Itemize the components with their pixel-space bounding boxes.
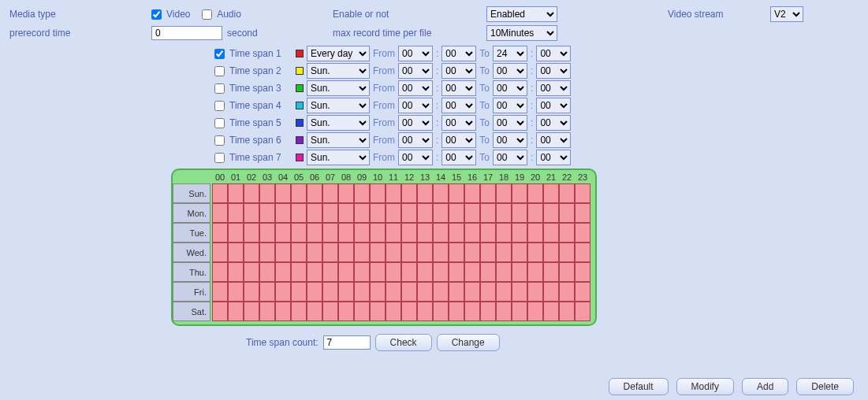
schedule-cell[interactable] <box>338 203 354 223</box>
schedule-cell[interactable] <box>322 223 338 243</box>
timespan-2-checkbox[interactable] <box>214 66 225 76</box>
schedule-cell[interactable] <box>370 302 386 321</box>
schedule-cell[interactable] <box>417 203 433 223</box>
timespan-2-from-mm[interactable]: 00 <box>441 63 476 79</box>
schedule-cell[interactable] <box>322 302 338 321</box>
timespan-3-from-hh[interactable]: 00 <box>398 80 433 96</box>
schedule-cell[interactable] <box>543 183 559 203</box>
schedule-cell[interactable] <box>433 183 449 203</box>
schedule-cell[interactable] <box>259 203 275 223</box>
timespan-5-to-mm[interactable]: 00 <box>536 115 571 131</box>
schedule-cell[interactable] <box>575 243 590 262</box>
schedule-cell[interactable] <box>527 183 543 203</box>
timespan-7-to-mm[interactable]: 00 <box>536 150 571 165</box>
schedule-cell[interactable] <box>244 183 259 203</box>
schedule-cell[interactable] <box>496 262 512 282</box>
schedule-cell[interactable] <box>244 203 259 223</box>
schedule-cell[interactable] <box>543 223 559 243</box>
schedule-cell[interactable] <box>307 223 322 243</box>
timespan-6-day-select[interactable]: Sun. <box>307 132 370 148</box>
schedule-cell[interactable] <box>228 262 244 282</box>
timespan-5-from-hh[interactable]: 00 <box>398 115 433 131</box>
schedule-cell[interactable] <box>354 183 370 203</box>
schedule-cell[interactable] <box>354 262 370 282</box>
schedule-cell[interactable] <box>496 183 512 203</box>
timespan-2-day-select[interactable]: Sun. <box>307 63 370 79</box>
schedule-cell[interactable] <box>338 282 354 302</box>
schedule-cell[interactable] <box>307 282 322 302</box>
schedule-cell[interactable] <box>307 203 322 223</box>
schedule-cell[interactable] <box>291 223 307 243</box>
default-button[interactable]: Default <box>609 378 669 395</box>
schedule-cell[interactable] <box>417 262 433 282</box>
schedule-cell[interactable] <box>291 262 307 282</box>
timespan-7-to-hh[interactable]: 00 <box>493 150 527 165</box>
timespan-4-to-hh[interactable]: 00 <box>493 98 527 113</box>
timespan-6-from-mm[interactable]: 00 <box>441 132 476 148</box>
schedule-cell[interactable] <box>244 302 259 321</box>
schedule-cell[interactable] <box>338 183 354 203</box>
timespan-count-input[interactable] <box>323 335 371 350</box>
timespan-5-from-mm[interactable]: 00 <box>441 115 476 131</box>
schedule-cell[interactable] <box>575 183 590 203</box>
schedule-cell[interactable] <box>543 262 559 282</box>
schedule-cell[interactable] <box>307 262 322 282</box>
timespan-6-to-mm[interactable]: 00 <box>536 132 571 148</box>
schedule-cell[interactable] <box>386 183 401 203</box>
schedule-cell[interactable] <box>464 302 480 321</box>
schedule-cell[interactable] <box>338 243 354 262</box>
schedule-cell[interactable] <box>228 243 244 262</box>
schedule-cell[interactable] <box>512 282 527 302</box>
schedule-cell[interactable] <box>370 203 386 223</box>
timespan-7-from-hh[interactable]: 00 <box>398 150 433 165</box>
schedule-cell[interactable] <box>401 262 417 282</box>
schedule-cell[interactable] <box>370 223 386 243</box>
schedule-cell[interactable] <box>480 302 496 321</box>
schedule-cell[interactable] <box>291 203 307 223</box>
schedule-cell[interactable] <box>228 282 244 302</box>
prerecord-input[interactable] <box>151 26 222 40</box>
schedule-cell[interactable] <box>433 203 449 223</box>
schedule-cell[interactable] <box>449 243 464 262</box>
schedule-cell[interactable] <box>244 223 259 243</box>
schedule-cell[interactable] <box>307 183 322 203</box>
schedule-cell[interactable] <box>212 282 228 302</box>
timespan-4-from-mm[interactable]: 00 <box>441 98 476 113</box>
schedule-cell[interactable] <box>464 223 480 243</box>
schedule-cell[interactable] <box>370 243 386 262</box>
schedule-cell[interactable] <box>338 262 354 282</box>
timespan-7-day-select[interactable]: Sun. <box>307 150 370 165</box>
schedule-cell[interactable] <box>228 203 244 223</box>
schedule-cell[interactable] <box>527 243 543 262</box>
schedule-cell[interactable] <box>275 243 291 262</box>
timespan-4-day-select[interactable]: Sun. <box>307 98 370 113</box>
schedule-cell[interactable] <box>401 183 417 203</box>
schedule-cell[interactable] <box>259 223 275 243</box>
schedule-cell[interactable] <box>322 183 338 203</box>
schedule-cell[interactable] <box>291 302 307 321</box>
schedule-cell[interactable] <box>527 282 543 302</box>
schedule-cell[interactable] <box>496 282 512 302</box>
schedule-cell[interactable] <box>354 243 370 262</box>
schedule-cell[interactable] <box>464 282 480 302</box>
timespan-4-from-hh[interactable]: 00 <box>398 98 433 113</box>
schedule-cell[interactable] <box>244 262 259 282</box>
schedule-cell[interactable] <box>212 262 228 282</box>
schedule-cell[interactable] <box>575 302 590 321</box>
schedule-cell[interactable] <box>496 243 512 262</box>
timespan-3-day-select[interactable]: Sun. <box>307 80 370 96</box>
schedule-cell[interactable] <box>575 282 590 302</box>
schedule-cell[interactable] <box>433 243 449 262</box>
schedule-cell[interactable] <box>275 302 291 321</box>
schedule-cell[interactable] <box>275 282 291 302</box>
timespan-1-from-mm[interactable]: 00 <box>441 46 476 61</box>
schedule-cell[interactable] <box>307 302 322 321</box>
timespan-6-from-hh[interactable]: 00 <box>398 132 433 148</box>
schedule-cell[interactable] <box>212 243 228 262</box>
schedule-cell[interactable] <box>480 223 496 243</box>
schedule-cell[interactable] <box>512 262 527 282</box>
schedule-cell[interactable] <box>480 243 496 262</box>
timespan-4-to-mm[interactable]: 00 <box>536 98 571 113</box>
schedule-cell[interactable] <box>496 223 512 243</box>
schedule-cell[interactable] <box>212 183 228 203</box>
